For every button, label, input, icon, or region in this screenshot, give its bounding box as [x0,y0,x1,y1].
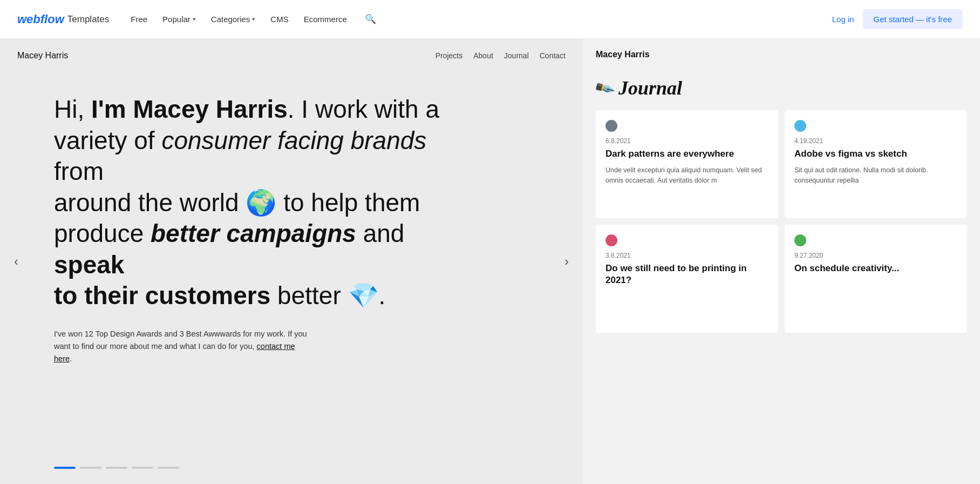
brand-logo[interactable]: webflow Templates [17,12,109,26]
slide-dot-3[interactable] [106,467,127,469]
nav-categories[interactable]: Categories ▾ [211,15,256,24]
nav-links: Free Popular ▾ Categories ▾ CMS Ecommerc… [131,11,832,28]
card-dot-3 [605,234,617,246]
hero-italic-brands: consumer facing brands [161,126,426,154]
brand-webflow-text: webflow [17,12,64,26]
journal-card-1[interactable]: 6.8.2021 Dark patterns are everywhere Un… [596,110,778,218]
hero-subtext: I've won 12 Top Design Awards and 3 Best… [54,328,313,366]
site-brand-name: Macey Harris [17,51,68,60]
login-button[interactable]: Log in [832,15,854,24]
pen-icon: ✒️ [593,77,616,100]
card-excerpt-2: Sit qui aut odit ratione. Nulla modi sit… [794,165,957,186]
slide-dot-5[interactable] [158,467,179,469]
card-date-4: 9.27.2020 [794,252,957,259]
main-navbar: webflow Templates Free Popular ▾ Categor… [0,0,980,39]
card-title-2: Adobe vs figma vs sketch [794,148,957,160]
right-panel: Macey Harris ✒️ Journal 6.8.2021 Dark pa… [583,39,980,484]
journal-card-3[interactable]: 3.8.2021 Do we still need to be printing… [596,225,778,333]
site-nav-projects[interactable]: Projects [435,51,463,60]
slide-dot-4[interactable] [132,467,153,469]
site-nav: Projects About Journal Contact [435,51,566,60]
slide-indicators [54,467,179,469]
card-date-2: 4.19.2021 [794,137,957,145]
popular-chevron-icon: ▾ [193,16,196,23]
nav-ecommerce[interactable]: Ecommerce [304,15,347,24]
hero-prefix: Hi, [54,95,91,123]
site-nav-contact[interactable]: Contact [540,51,566,60]
preview-inner: Macey Harris Projects About Journal Cont… [0,39,583,484]
card-title-4: On schedule creativity... [794,263,957,274]
card-title-3: Do we still need to be printing in 2021? [605,263,768,286]
navbar-right-actions: Log in Get started — it's free [832,9,963,29]
card-title-1: Dark patterns are everywhere [605,148,768,160]
site-navbar: Macey Harris Projects About Journal Cont… [0,39,583,72]
hero-text: Hi, I'm Macey Harris. I work with avarie… [54,94,443,312]
main-area: Macey Harris Projects About Journal Cont… [0,39,980,484]
slide-dot-2[interactable] [80,467,101,469]
rp-site-name: Macey Harris [596,50,650,59]
next-slide-button[interactable]: › [555,250,579,273]
hero-bold-speak: speakto their customers [54,251,270,310]
hero-italic-campaigns: better campaigns [151,219,356,247]
journal-heading: Journal [618,77,682,99]
slide-dot-1[interactable] [54,467,76,469]
journal-title-row: ✒️ Journal [596,77,967,99]
card-excerpt-1: Unde velit excepturi quia aliquid numqua… [605,165,768,186]
hero-name: I'm Macey Harris [91,95,288,123]
card-date-1: 6.8.2021 [605,137,768,145]
card-dot-2 [794,120,806,132]
hero-suffix4: better 💎. [270,281,385,310]
right-panel-inner: Macey Harris ✒️ Journal 6.8.2021 Dark pa… [583,39,980,484]
journal-card-4[interactable]: 9.27.2020 On schedule creativity... [785,225,967,333]
rp-site-header: Macey Harris [583,39,980,68]
card-date-3: 3.8.2021 [605,252,768,259]
categories-chevron-icon: ▾ [252,16,255,23]
nav-free[interactable]: Free [131,15,147,24]
card-dot-1 [605,120,617,132]
journal-card-2[interactable]: 4.19.2021 Adobe vs figma vs sketch Sit q… [785,110,967,218]
get-started-button[interactable]: Get started — it's free [863,9,963,29]
search-icon[interactable]: 🔍 [362,11,379,28]
site-nav-journal[interactable]: Journal [504,51,529,60]
brand-templates-text: Templates [67,14,109,25]
hero-section: Hi, I'm Macey Harris. I work with avarie… [0,72,583,381]
nav-cms[interactable]: CMS [270,15,288,24]
card-dot-4 [794,234,806,246]
hero-suffix3: and [356,219,405,247]
nav-popular[interactable]: Popular ▾ [162,15,196,24]
prev-slide-button[interactable]: ‹ [4,250,28,273]
preview-panel: Macey Harris Projects About Journal Cont… [0,39,583,484]
journal-section: ✒️ Journal 6.8.2021 Dark patterns are ev… [583,68,980,344]
site-nav-about[interactable]: About [473,51,493,60]
journal-grid: 6.8.2021 Dark patterns are everywhere Un… [596,110,967,333]
